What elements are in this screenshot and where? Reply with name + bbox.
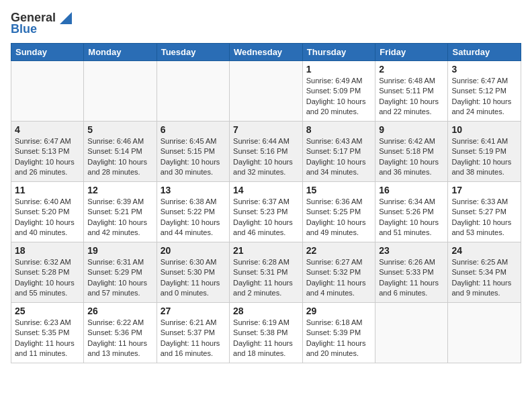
calendar-week-row-3: 11Sunrise: 6:40 AM Sunset: 5:20 PM Dayli… [11, 182, 521, 242]
day-info: Sunrise: 6:23 AM Sunset: 5:35 PM Dayligh… [15, 318, 80, 359]
calendar-cell: 2Sunrise: 6:48 AM Sunset: 5:11 PM Daylig… [375, 61, 448, 122]
day-number: 6 [161, 124, 226, 135]
calendar-cell: 24Sunrise: 6:25 AM Sunset: 5:34 PM Dayli… [448, 242, 521, 303]
day-info: Sunrise: 6:38 AM Sunset: 5:22 PM Dayligh… [161, 197, 226, 238]
day-info: Sunrise: 6:34 AM Sunset: 5:26 PM Dayligh… [379, 197, 444, 238]
day-number: 11 [15, 185, 80, 195]
calendar-cell: 22Sunrise: 6:27 AM Sunset: 5:32 PM Dayli… [302, 242, 375, 303]
day-info: Sunrise: 6:47 AM Sunset: 5:13 PM Dayligh… [15, 136, 80, 178]
day-info: Sunrise: 6:26 AM Sunset: 5:33 PM Dayligh… [379, 257, 444, 299]
day-info: Sunrise: 6:45 AM Sunset: 5:15 PM Dayligh… [161, 136, 226, 178]
day-number: 13 [161, 185, 226, 195]
day-number: 21 [233, 245, 299, 256]
day-number: 15 [306, 185, 371, 195]
calendar-cell: 18Sunrise: 6:32 AM Sunset: 5:28 PM Dayli… [11, 242, 84, 303]
day-number: 19 [87, 245, 152, 256]
calendar-cell: 14Sunrise: 6:37 AM Sunset: 5:23 PM Dayli… [230, 182, 303, 242]
day-info: Sunrise: 6:28 AM Sunset: 5:31 PM Dayligh… [233, 257, 299, 299]
calendar-cell: 4Sunrise: 6:47 AM Sunset: 5:13 PM Daylig… [11, 122, 84, 182]
day-info: Sunrise: 6:18 AM Sunset: 5:39 PM Dayligh… [306, 318, 371, 359]
day-info: Sunrise: 6:47 AM Sunset: 5:12 PM Dayligh… [451, 76, 517, 118]
weekday-header-row: SundayMondayTuesdayWednesdayThursdayFrid… [11, 44, 521, 61]
day-number: 27 [161, 306, 226, 316]
weekday-header-sunday: Sunday [11, 44, 84, 61]
day-number: 23 [379, 245, 444, 256]
calendar-week-row-4: 18Sunrise: 6:32 AM Sunset: 5:28 PM Dayli… [11, 242, 521, 303]
day-info: Sunrise: 6:36 AM Sunset: 5:25 PM Dayligh… [306, 197, 371, 238]
calendar-cell: 5Sunrise: 6:46 AM Sunset: 5:14 PM Daylig… [84, 122, 157, 182]
day-info: Sunrise: 6:41 AM Sunset: 5:19 PM Dayligh… [451, 136, 517, 178]
calendar-cell: 9Sunrise: 6:42 AM Sunset: 5:18 PM Daylig… [375, 122, 448, 182]
calendar-week-row-1: 1Sunrise: 6:49 AM Sunset: 5:09 PM Daylig… [11, 61, 521, 122]
calendar-cell: 15Sunrise: 6:36 AM Sunset: 5:25 PM Dayli… [302, 182, 375, 242]
day-info: Sunrise: 6:42 AM Sunset: 5:18 PM Dayligh… [379, 136, 444, 178]
day-number: 10 [451, 124, 517, 135]
day-number: 29 [306, 306, 371, 316]
day-info: Sunrise: 6:49 AM Sunset: 5:09 PM Dayligh… [306, 76, 371, 118]
logo-icon [57, 12, 72, 24]
calendar-cell [157, 61, 229, 122]
day-number: 1 [306, 64, 371, 75]
day-info: Sunrise: 6:27 AM Sunset: 5:32 PM Dayligh… [306, 257, 371, 299]
calendar-week-row-5: 25Sunrise: 6:23 AM Sunset: 5:35 PM Dayli… [11, 303, 521, 363]
day-number: 22 [306, 245, 371, 256]
weekday-header-monday: Monday [84, 44, 157, 61]
day-info: Sunrise: 6:37 AM Sunset: 5:23 PM Dayligh… [233, 197, 299, 238]
calendar-cell: 28Sunrise: 6:19 AM Sunset: 5:38 PM Dayli… [230, 303, 303, 363]
day-number: 9 [379, 124, 444, 135]
day-number: 8 [306, 124, 371, 135]
day-number: 24 [451, 245, 517, 256]
calendar-cell: 17Sunrise: 6:33 AM Sunset: 5:27 PM Dayli… [448, 182, 521, 242]
day-info: Sunrise: 6:33 AM Sunset: 5:27 PM Dayligh… [451, 197, 517, 238]
day-number: 28 [233, 306, 299, 316]
weekday-header-saturday: Saturday [448, 44, 521, 61]
day-info: Sunrise: 6:40 AM Sunset: 5:20 PM Dayligh… [15, 197, 80, 238]
calendar-cell: 19Sunrise: 6:31 AM Sunset: 5:29 PM Dayli… [84, 242, 157, 303]
logo: General Blue [11, 11, 72, 36]
day-info: Sunrise: 6:32 AM Sunset: 5:28 PM Dayligh… [15, 257, 80, 299]
calendar-cell: 6Sunrise: 6:45 AM Sunset: 5:15 PM Daylig… [157, 122, 229, 182]
calendar-cell: 10Sunrise: 6:41 AM Sunset: 5:19 PM Dayli… [448, 122, 521, 182]
weekday-header-wednesday: Wednesday [230, 44, 303, 61]
day-info: Sunrise: 6:30 AM Sunset: 5:30 PM Dayligh… [161, 257, 226, 299]
calendar-cell: 27Sunrise: 6:21 AM Sunset: 5:37 PM Dayli… [157, 303, 229, 363]
day-info: Sunrise: 6:39 AM Sunset: 5:21 PM Dayligh… [87, 197, 152, 238]
weekday-header-friday: Friday [375, 44, 448, 61]
day-number: 14 [233, 185, 299, 195]
calendar-cell: 13Sunrise: 6:38 AM Sunset: 5:22 PM Dayli… [157, 182, 229, 242]
day-info: Sunrise: 6:48 AM Sunset: 5:11 PM Dayligh… [379, 76, 444, 118]
day-number: 2 [379, 64, 444, 75]
day-info: Sunrise: 6:46 AM Sunset: 5:14 PM Dayligh… [87, 136, 152, 178]
calendar-cell: 21Sunrise: 6:28 AM Sunset: 5:31 PM Dayli… [230, 242, 303, 303]
calendar-cell: 26Sunrise: 6:22 AM Sunset: 5:36 PM Dayli… [84, 303, 157, 363]
day-info: Sunrise: 6:22 AM Sunset: 5:36 PM Dayligh… [87, 318, 152, 359]
day-number: 5 [87, 124, 152, 135]
calendar-cell: 1Sunrise: 6:49 AM Sunset: 5:09 PM Daylig… [302, 61, 375, 122]
calendar-cell: 11Sunrise: 6:40 AM Sunset: 5:20 PM Dayli… [11, 182, 84, 242]
day-number: 3 [451, 64, 517, 75]
calendar-cell [230, 61, 303, 122]
weekday-header-tuesday: Tuesday [157, 44, 229, 61]
day-info: Sunrise: 6:21 AM Sunset: 5:37 PM Dayligh… [161, 318, 226, 359]
day-number: 20 [161, 245, 226, 256]
calendar-cell [84, 61, 157, 122]
day-number: 18 [15, 245, 80, 256]
header: General Blue [11, 11, 521, 36]
day-info: Sunrise: 6:19 AM Sunset: 5:38 PM Dayligh… [233, 318, 299, 359]
day-number: 4 [15, 124, 80, 135]
calendar: SundayMondayTuesdayWednesdayThursdayFrid… [11, 43, 521, 363]
calendar-cell: 8Sunrise: 6:43 AM Sunset: 5:17 PM Daylig… [302, 122, 375, 182]
calendar-cell [375, 303, 448, 363]
weekday-header-thursday: Thursday [302, 44, 375, 61]
calendar-cell: 3Sunrise: 6:47 AM Sunset: 5:12 PM Daylig… [448, 61, 521, 122]
calendar-cell: 12Sunrise: 6:39 AM Sunset: 5:21 PM Dayli… [84, 182, 157, 242]
calendar-cell: 7Sunrise: 6:44 AM Sunset: 5:16 PM Daylig… [230, 122, 303, 182]
day-number: 7 [233, 124, 299, 135]
day-info: Sunrise: 6:31 AM Sunset: 5:29 PM Dayligh… [87, 257, 152, 299]
calendar-cell: 25Sunrise: 6:23 AM Sunset: 5:35 PM Dayli… [11, 303, 84, 363]
calendar-week-row-2: 4Sunrise: 6:47 AM Sunset: 5:13 PM Daylig… [11, 122, 521, 182]
day-info: Sunrise: 6:43 AM Sunset: 5:17 PM Dayligh… [306, 136, 371, 178]
calendar-cell [448, 303, 521, 363]
day-number: 12 [87, 185, 152, 195]
logo-blue: Blue [11, 22, 37, 36]
